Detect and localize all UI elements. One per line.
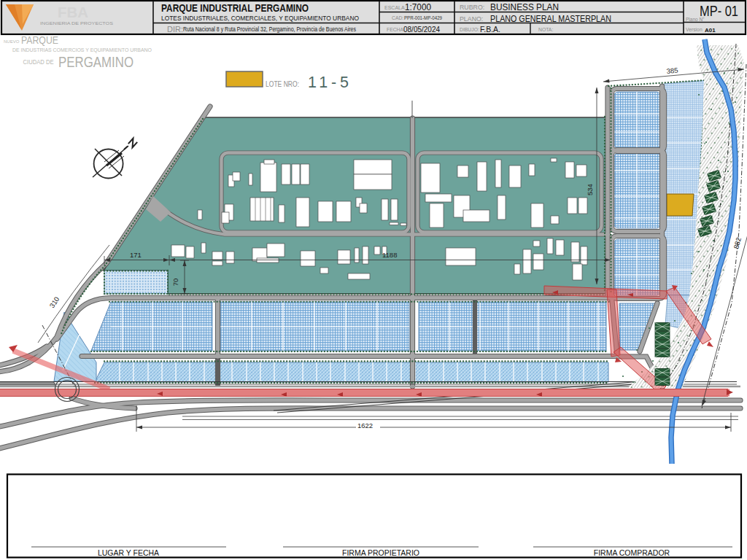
svg-text:Plano N°: Plano N° bbox=[686, 17, 705, 22]
svg-text:LOTE NRO:: LOTE NRO: bbox=[266, 79, 299, 88]
svg-text:310: 310 bbox=[47, 295, 61, 309]
svg-text:08/05/2024: 08/05/2024 bbox=[403, 25, 440, 34]
svg-text:DE INDUSTRIAS COMERCIOS Y EQUI: DE INDUSTRIAS COMERCIOS Y EQUIPAMIENTO U… bbox=[12, 47, 152, 53]
svg-text:LUGAR Y FECHA: LUGAR Y FECHA bbox=[98, 548, 159, 557]
svg-text:RUBRO:: RUBRO: bbox=[460, 4, 484, 11]
svg-text:PARQUE: PARQUE bbox=[21, 34, 58, 46]
svg-text:PERGAMINO: PERGAMINO bbox=[58, 54, 133, 70]
svg-text:FIRMA PROPIETARIO: FIRMA PROPIETARIO bbox=[342, 548, 419, 557]
svg-text:11-5: 11-5 bbox=[308, 74, 349, 91]
svg-text:882: 882 bbox=[732, 236, 743, 249]
svg-text:FIRMA COMPRADOR: FIRMA COMPRADOR bbox=[594, 548, 670, 557]
svg-text:Ruta Nacional 8 y Ruta Provinc: Ruta Nacional 8 y Ruta Provincial 32, Pe… bbox=[183, 26, 356, 33]
svg-text:70: 70 bbox=[171, 279, 179, 287]
svg-text:CIUDAD DE: CIUDAD DE bbox=[23, 58, 54, 66]
svg-text:385: 385 bbox=[666, 66, 678, 75]
svg-text:FECHA:: FECHA: bbox=[387, 27, 405, 32]
svg-text:CAD:: CAD: bbox=[392, 15, 403, 20]
svg-text:MP- 01: MP- 01 bbox=[700, 2, 738, 19]
svg-text:INGENIERIA DE PROYECTOS: INGENIERIA DE PROYECTOS bbox=[40, 21, 113, 26]
svg-text:1188: 1188 bbox=[382, 251, 397, 259]
svg-text:F.B.A.: F.B.A. bbox=[480, 25, 500, 34]
svg-text:FBA: FBA bbox=[58, 4, 88, 20]
svg-text:171: 171 bbox=[130, 251, 142, 259]
svg-text:PARQUE INDUSTRIAL PERGAMINO: PARQUE INDUSTRIAL PERGAMINO bbox=[161, 2, 309, 14]
svg-text:DIR:: DIR: bbox=[167, 25, 183, 34]
svg-text:NOTA:: NOTA: bbox=[538, 27, 553, 32]
svg-text:Version: Version bbox=[686, 27, 703, 32]
svg-text:1:7000: 1:7000 bbox=[405, 2, 431, 12]
svg-text:1622: 1622 bbox=[357, 421, 373, 429]
svg-text:PLANO:: PLANO: bbox=[460, 15, 483, 23]
svg-text:NUEVO: NUEVO bbox=[4, 39, 20, 44]
svg-text:PPR-001-MP-0429: PPR-001-MP-0429 bbox=[404, 15, 442, 20]
svg-text:A01: A01 bbox=[705, 27, 716, 34]
svg-text:534: 534 bbox=[586, 184, 594, 195]
svg-text:ESCALA:: ESCALA: bbox=[384, 5, 406, 10]
svg-text:PLANO GENERAL MASTERPLAN: PLANO GENERAL MASTERPLAN bbox=[490, 13, 611, 24]
svg-text:BUSINESS PLAN: BUSINESS PLAN bbox=[490, 1, 559, 12]
svg-text:DIBUJO:: DIBUJO: bbox=[460, 27, 479, 32]
svg-text:LOTES INDUSTRIALES, COMERCIALE: LOTES INDUSTRIALES, COMERCIALES, Y EQUIP… bbox=[161, 14, 359, 22]
